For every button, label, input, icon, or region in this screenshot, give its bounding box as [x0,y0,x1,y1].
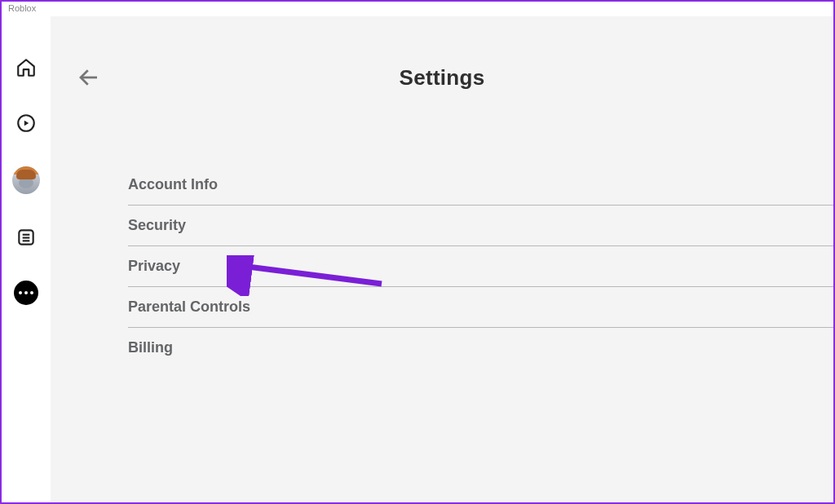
settings-item-billing[interactable]: Billing [128,328,835,368]
settings-item-account-info[interactable]: Account Info [128,165,835,206]
page-title: Settings [400,65,485,91]
back-button[interactable] [77,65,106,95]
avatar[interactable] [12,166,40,194]
settings-item-label: Security [128,217,186,233]
window-title: Roblox [8,3,36,13]
app-container: Settings Account Info Security Privacy P… [2,16,833,502]
main-content: Settings Account Info Security Privacy P… [51,16,833,502]
list-icon[interactable] [14,225,38,250]
play-icon[interactable] [14,111,38,135]
settings-item-security[interactable]: Security [128,206,835,246]
settings-item-label: Billing [128,339,173,356]
settings-item-parental-controls[interactable]: Parental Controls [128,287,835,328]
window-titlebar: Roblox [2,2,833,16]
settings-item-privacy[interactable]: Privacy [128,246,835,287]
settings-list: Account Info Security Privacy Parental C… [51,106,833,368]
home-icon[interactable] [14,55,38,80]
more-icon[interactable] [14,281,38,305]
header: Settings [51,16,833,106]
sidebar [2,16,51,502]
settings-item-label: Account Info [128,176,218,192]
settings-item-label: Privacy [128,258,180,274]
settings-item-label: Parental Controls [128,298,250,315]
